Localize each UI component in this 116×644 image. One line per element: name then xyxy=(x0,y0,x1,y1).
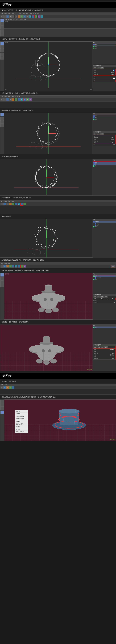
menu-create[interactable]: 创建 xyxy=(8,13,10,14)
model-mode-btn[interactable] xyxy=(0,273,4,276)
obj-sphere[interactable]: 球体 xyxy=(93,47,116,49)
obj-gear-child[interactable]: 齿轮 xyxy=(93,222,116,224)
model-mode-btn[interactable] xyxy=(0,42,4,45)
ctx-collapse[interactable]: 全部折叠 xyxy=(15,412,28,415)
tab-basic[interactable]: 基本 xyxy=(93,67,96,69)
vp-view[interactable]: 查看 xyxy=(5,19,7,20)
x-axis-btn[interactable]: X xyxy=(9,203,12,205)
ctx-ungroup[interactable]: 展开群组 xyxy=(15,428,28,430)
val-move-z[interactable]: 40 cm xyxy=(110,298,115,300)
obj-lathe[interactable]: 旋转 xyxy=(93,279,116,280)
select-btn[interactable]: ▭ xyxy=(3,203,6,205)
model-mode-btn[interactable] xyxy=(0,113,4,116)
point-mode-btn[interactable] xyxy=(0,277,4,280)
undo-btn[interactable]: ↶ xyxy=(0,265,3,268)
menu-render[interactable]: 渲染 xyxy=(15,96,18,98)
menu-file[interactable]: 文件 xyxy=(1,96,3,98)
val-teeth[interactable]: 5 xyxy=(110,135,115,137)
edge-mode-btn[interactable] xyxy=(0,120,4,124)
z-axis-btn[interactable]: Z xyxy=(12,386,14,389)
point-mode-btn[interactable] xyxy=(0,117,4,120)
val-radius2[interactable]: 190 cm xyxy=(110,74,115,75)
cube-btn[interactable]: ◧ xyxy=(29,15,32,18)
ctx-connect-del[interactable]: 连接对象+删除 xyxy=(15,423,28,426)
obj-gear-sel[interactable]: 齿轮 xyxy=(93,162,116,163)
point-mode-btn[interactable] xyxy=(0,26,4,29)
generator-btn[interactable]: ◆ xyxy=(26,98,29,101)
menu-file[interactable]: 文件 xyxy=(1,13,3,14)
obj-circle[interactable]: 圆环 xyxy=(93,44,116,46)
y-axis-btn[interactable]: Y xyxy=(12,203,14,205)
tab-basic[interactable]: 基本 xyxy=(93,133,96,135)
select-btn[interactable]: ▭ xyxy=(3,386,6,389)
object-mode-btn[interactable] xyxy=(0,22,4,26)
x-axis-btn[interactable]: X xyxy=(12,98,14,101)
spline-union-btn[interactable]: ∪ xyxy=(20,203,23,206)
face-mode-btn[interactable] xyxy=(0,410,4,414)
viewport-front[interactable]: 正视图 xyxy=(4,20,116,28)
menu-edit[interactable]: 编辑 xyxy=(4,96,7,98)
val-plane[interactable]: XY xyxy=(110,76,115,77)
val-points[interactable]: 8 xyxy=(110,80,115,82)
face-mode-btn[interactable] xyxy=(0,33,4,36)
menu-window[interactable]: 窗口 xyxy=(4,384,7,386)
move-btn[interactable]: ✥ xyxy=(9,98,12,101)
val-outer[interactable]: 220 cm xyxy=(110,140,115,142)
model-mode-btn[interactable] xyxy=(0,19,4,22)
face-mode-btn[interactable] xyxy=(0,284,4,287)
obj-union-child[interactable]: 样条并集 xyxy=(93,277,116,279)
ctx-expand[interactable]: 全部展开 xyxy=(15,410,28,412)
tab-object[interactable]: 对象 xyxy=(100,296,104,298)
menu-window[interactable]: 窗口 xyxy=(19,96,21,98)
move-btn[interactable]: ✥ xyxy=(9,15,12,18)
obj-lathe[interactable]: 旋转 xyxy=(93,165,116,167)
point-mode-btn[interactable] xyxy=(0,45,4,49)
menu-window[interactable]: 窗口 xyxy=(34,13,36,14)
ctx-connect[interactable]: 连接对象 xyxy=(15,420,28,423)
val-steps2[interactable]: 3 xyxy=(110,356,115,358)
tab-caps[interactable]: 封顶 xyxy=(104,296,108,298)
point-mode-btn[interactable] xyxy=(0,403,4,406)
viewport-11[interactable] xyxy=(0,389,116,395)
menu-create[interactable]: 创建 xyxy=(4,262,7,264)
ctx-group[interactable]: 群组对象 xyxy=(15,426,28,428)
z-axis-btn[interactable]: Z xyxy=(18,98,20,101)
cube-btn[interactable]: ◧ xyxy=(20,98,23,101)
viewport-5[interactable] xyxy=(0,159,93,196)
val-plane[interactable]: XY xyxy=(110,144,115,146)
menu-file[interactable]: 文件 xyxy=(1,384,3,386)
menu-file[interactable]: 文件 xyxy=(1,262,3,264)
menu-window[interactable]: 窗口 xyxy=(12,200,14,202)
val-steps[interactable]: 3 xyxy=(110,351,115,352)
vp-filter[interactable]: 过滤器 xyxy=(20,19,23,20)
obj-lathe[interactable]: 旋转 xyxy=(93,118,116,120)
menu-spline[interactable]: 样条 xyxy=(22,13,25,14)
menu-render[interactable]: 渲染 xyxy=(30,13,32,14)
val-fillet[interactable]: 5 cm xyxy=(110,352,115,354)
x-axis-btn[interactable]: X xyxy=(18,15,20,18)
viewport-persp-12[interactable]: 全部展开 全部折叠 转为可编辑对象 当前状态转对象 连接对象 连接对象+删除 群… xyxy=(4,400,116,441)
menu-create[interactable]: 创建 xyxy=(8,96,10,98)
val-move-y[interactable]: 0 cm xyxy=(104,298,110,300)
menu-tools[interactable]: 工具 xyxy=(15,13,18,14)
menu-spline[interactable]: 样条 xyxy=(8,200,10,202)
model-mode-btn[interactable] xyxy=(0,400,4,403)
obj-extrude[interactable]: 挤压 xyxy=(93,326,116,328)
undo-btn[interactable]: ↶ xyxy=(0,203,3,205)
tab-object[interactable]: 对象 xyxy=(100,67,104,69)
ctx-delete[interactable]: 删除(不含子级) xyxy=(15,430,28,433)
generator-btn[interactable]: ◆ xyxy=(35,15,38,18)
tab-coord[interactable]: 坐标 xyxy=(97,296,100,298)
val-inner[interactable]: 180 cm xyxy=(110,137,115,138)
viewport-front-2[interactable]: 正视图 xyxy=(4,42,93,88)
obj-lathe[interactable]: 旋转 xyxy=(93,226,116,228)
select-btn[interactable]: ▭ xyxy=(3,265,6,268)
z-axis-btn[interactable]: Z xyxy=(15,203,17,205)
menu-edit[interactable]: 编辑 xyxy=(4,200,7,202)
tab-coord[interactable]: 坐标 xyxy=(97,133,100,135)
z-axis-btn[interactable]: Z xyxy=(12,265,14,268)
edge-mode-btn[interactable] xyxy=(0,407,4,410)
tab-basic[interactable]: 基本 xyxy=(93,296,96,298)
menu-spline[interactable]: 样条 xyxy=(12,96,14,98)
undo-btn[interactable]: ↶ xyxy=(0,15,3,18)
